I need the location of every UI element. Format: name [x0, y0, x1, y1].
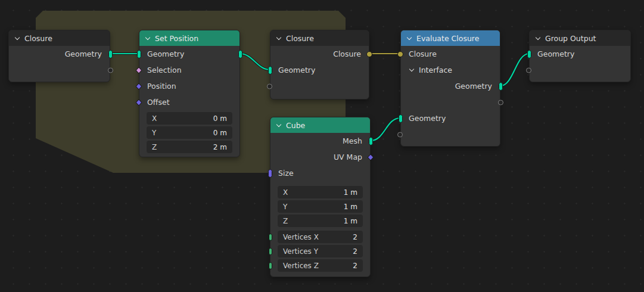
size-input-socket[interactable] — [268, 169, 272, 178]
vertices-y-input-socket[interactable] — [269, 248, 272, 255]
vertices-x-input-socket[interactable] — [269, 234, 272, 241]
value-field-y[interactable]: Y 0 m — [147, 126, 232, 139]
geometry-input-socket[interactable] — [268, 66, 272, 74]
node-cube[interactable]: Cube Mesh UV Map Size X 1 m Y 1 m Z 1 m … — [270, 117, 371, 277]
node-header[interactable]: Evaluate Closure — [401, 30, 500, 46]
node-title: Closure — [286, 34, 314, 43]
link-evaluate-to-groupoutput — [500, 54, 529, 86]
geometry-output-socket[interactable] — [238, 50, 242, 58]
field-value: 1 m — [344, 217, 357, 225]
field-value: 1 m — [344, 188, 357, 197]
extend-output-socket[interactable] — [498, 100, 503, 105]
socket-row-mesh-output: Mesh — [270, 133, 370, 149]
field-value: 0 m — [213, 129, 227, 137]
node-header[interactable]: Closure — [9, 30, 110, 46]
size-vector-fields: X 1 m Y 1 m Z 1 m — [278, 186, 363, 227]
extend-output-socket[interactable] — [108, 67, 113, 73]
value-field-vertices-x[interactable]: Vertices X 2 — [278, 231, 363, 243]
link-shadow — [500, 54, 529, 86]
collapse-chevron-icon[interactable] — [535, 35, 541, 41]
node-title: Closure — [24, 34, 52, 43]
extend-input-socket[interactable] — [267, 83, 272, 89]
geometry-input-socket[interactable] — [137, 50, 141, 58]
socket-label: Size — [278, 169, 294, 178]
socket-row-selection: Selection — [139, 62, 239, 78]
node-header[interactable]: Cube — [270, 117, 370, 133]
collapse-chevron-icon[interactable] — [406, 35, 412, 41]
socket-row-geometry-output: Geometry — [401, 78, 500, 94]
socket-label: UV Map — [334, 153, 362, 161]
geometry-output-socket[interactable] — [108, 50, 113, 58]
collapse-chevron-icon[interactable] — [276, 35, 282, 41]
value-field-vertices-z[interactable]: Vertices Z 2 — [278, 259, 363, 272]
field-label: Vertices Z — [283, 262, 319, 270]
socket-label: Geometry — [147, 49, 184, 58]
socket-label: Geometry — [65, 49, 102, 58]
node-set-position[interactable]: Set Position Geometry Selection Position… — [139, 30, 240, 157]
field-value: 2 — [353, 247, 357, 256]
value-field-vertices-y[interactable]: Vertices Y 2 — [278, 245, 363, 257]
node-closure-mid[interactable]: Closure Closure Geometry — [270, 30, 369, 100]
socket-label: Geometry — [278, 66, 315, 74]
geometry-input-socket[interactable] — [527, 50, 531, 58]
socket-row-size-input: Size — [270, 165, 370, 181]
field-label: Y — [152, 129, 156, 137]
extend-socket-row — [9, 62, 110, 78]
socket-row-position: Position — [139, 78, 239, 94]
link-shadow — [371, 118, 400, 141]
socket-row-uvmap-output: UV Map — [270, 149, 370, 165]
collapse-chevron-icon[interactable] — [14, 35, 20, 41]
value-field-x[interactable]: X 0 m — [147, 112, 232, 125]
extend-input-socket[interactable] — [397, 132, 403, 137]
node-closure-left[interactable]: Closure Geometry — [8, 30, 110, 82]
extend-socket-row — [530, 62, 630, 78]
collapse-chevron-icon[interactable] — [276, 122, 282, 128]
node-editor-canvas[interactable]: { "editor": {"background": "#1d1d1d", "g… — [0, 0, 644, 292]
socket-row-geometry-input: Geometry — [270, 62, 369, 78]
value-field-z[interactable]: Z 2 m — [147, 141, 232, 153]
offset-vector-fields: X 0 m Y 0 m Z 2 m — [147, 112, 232, 153]
collapse-chevron-icon[interactable] — [145, 35, 151, 41]
geometry-output-socket[interactable] — [499, 82, 503, 91]
value-field-size-x[interactable]: X 1 m — [278, 186, 363, 198]
extend-input-socket[interactable] — [526, 67, 531, 73]
uvmap-output-socket[interactable] — [367, 154, 374, 160]
interface-panel-header[interactable]: Interface — [401, 62, 500, 78]
field-label: Y — [283, 203, 287, 211]
value-field-size-z[interactable]: Z 1 m — [278, 215, 363, 227]
value-field-size-y[interactable]: Y 1 m — [278, 200, 363, 213]
field-value: 2 m — [213, 143, 227, 151]
field-label: Z — [152, 143, 157, 151]
node-header[interactable]: Closure — [270, 30, 369, 46]
node-title: Set Position — [155, 34, 198, 43]
geometry-input-socket[interactable] — [399, 114, 403, 123]
extend-socket-row — [270, 78, 369, 94]
vertices-fields: Vertices X 2 Vertices Y 2 Vertices Z 2 — [278, 231, 363, 272]
socket-label: Geometry — [409, 114, 446, 123]
socket-row-geometry-input: Geometry — [530, 46, 630, 62]
socket-label: Geometry — [455, 82, 492, 91]
node-evaluate-closure[interactable]: Evaluate Closure Closure Interface Geome… — [400, 30, 500, 147]
closure-input-socket[interactable] — [397, 51, 403, 57]
field-label: Vertices X — [283, 233, 319, 241]
socket-label: Mesh — [343, 136, 362, 145]
node-group-output[interactable]: Group Output Geometry — [529, 30, 631, 82]
node-header[interactable]: Group Output — [530, 30, 630, 46]
field-label: Z — [283, 217, 288, 225]
panel-chevron-icon[interactable] — [409, 67, 415, 73]
vertices-z-input-socket[interactable] — [269, 262, 272, 269]
link-cube-to-evaluate — [371, 118, 400, 141]
node-header[interactable]: Set Position — [139, 30, 239, 46]
socket-row-geometry-output: Geometry — [9, 46, 110, 62]
mesh-output-socket[interactable] — [369, 137, 373, 145]
socket-row-closure-output: Closure — [270, 46, 369, 62]
socket-label: Closure — [409, 49, 437, 58]
node-title: Evaluate Closure — [416, 34, 479, 43]
socket-row-closure-input: Closure — [401, 46, 500, 62]
extend-socket-row — [401, 126, 500, 142]
closure-output-socket[interactable] — [366, 51, 372, 57]
socket-label: Selection — [147, 66, 182, 74]
field-value: 1 m — [344, 203, 357, 211]
node-title: Cube — [286, 121, 305, 130]
socket-row-geometry: Geometry — [139, 46, 239, 62]
